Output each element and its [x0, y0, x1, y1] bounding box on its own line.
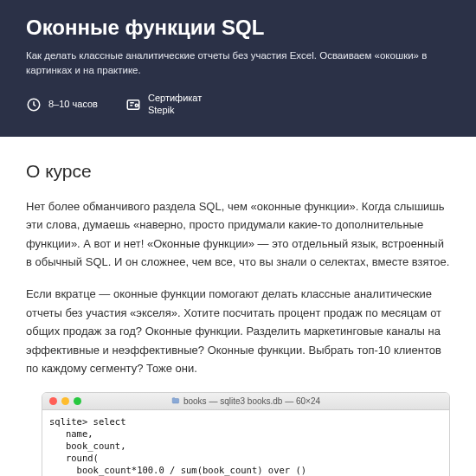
traffic-lights [49, 397, 81, 405]
terminal-example: books — sqlite3 books.db — 60×24 sqlite>… [42, 392, 450, 476]
svg-point-2 [135, 104, 138, 106]
content-section: О курсе Нет более обманчивого раздела SQ… [0, 137, 476, 378]
about-paragraph-2: Если вкратце — оконные функции помогают … [26, 285, 450, 377]
page-title: Оконные функции SQL [26, 16, 450, 40]
page-subtitle: Как делать классные аналитические отчеты… [26, 48, 450, 77]
terminal-title-text: books — sqlite3 books.db — 60×24 [183, 396, 320, 406]
hero-section: Оконные функции SQL Как делать классные … [0, 0, 476, 137]
minimize-icon [61, 397, 69, 405]
certificate-meta: Сертификат Stepik [125, 93, 202, 115]
certificate-text: Сертификат Stepik [148, 93, 202, 115]
certificate-icon [125, 97, 141, 113]
terminal-window: books — sqlite3 books.db — 60×24 sqlite>… [42, 392, 450, 476]
duration-meta: 8–10 часов [26, 97, 98, 113]
about-heading: О курсе [26, 161, 450, 182]
terminal-titlebar: books — sqlite3 books.db — 60×24 [42, 393, 449, 410]
duration-text: 8–10 часов [48, 99, 98, 110]
about-paragraph-1: Нет более обманчивого раздела SQL, чем «… [26, 197, 450, 272]
terminal-body: sqlite> select name, book_count, round( … [42, 410, 449, 476]
hero-meta: 8–10 часов Сертификат Stepik [26, 93, 450, 115]
close-icon [49, 397, 57, 405]
clock-icon [26, 97, 42, 113]
folder-icon [171, 396, 180, 405]
cert-line1: Сертификат [148, 93, 202, 104]
maximize-icon [74, 397, 81, 405]
cert-line2: Stepik [148, 105, 202, 116]
terminal-title: books — sqlite3 books.db — 60×24 [171, 396, 320, 406]
